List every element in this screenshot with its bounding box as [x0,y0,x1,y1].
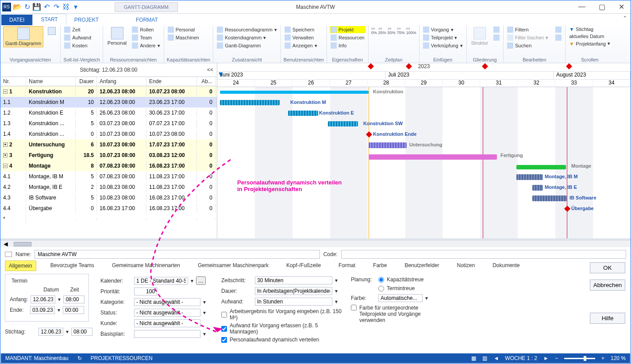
prop-tab[interactable]: Notizen [453,261,478,271]
zoom-in-icon[interactable]: + [601,355,604,361]
milestone-icon[interactable] [366,131,372,138]
personalaufwand-dynamisch-check[interactable] [221,337,227,343]
table-row[interactable]: 1.2Konstruktion E526.06.23 08:0030.06.23… [0,107,217,118]
zeitschritt-select[interactable] [255,276,332,284]
table-row[interactable]: +3Fertigung18.510.07.23 08:0003.08.23 12… [0,150,217,161]
name-input[interactable] [35,250,319,259]
table-row[interactable]: 1.1Konstruktion M1012.06.23 08:0023.06.2… [0,97,217,107]
table-row[interactable]: 1.4Konstruktion ...010.07.23 08:0010.07.… [0,129,217,139]
table-row[interactable]: 4.1Montage, IB M507.08.23 08:0011.08.23 … [0,171,217,182]
prop-tab[interactable]: Bevorzugte Teams [47,261,98,271]
speichern-button[interactable]: Speichern [284,26,318,33]
anzeigen-button[interactable]: Anzeigen ▾ [284,42,318,49]
ok-button[interactable]: OK [590,262,625,273]
kostendiagramm-button[interactable]: Kostendiagramm ▾ [216,34,278,41]
minimize-icon[interactable]: — [578,3,585,11]
table-row[interactable]: −4Montage807.08.23 08:0016.08.23 17:000 [0,161,217,171]
verwalten-button[interactable]: Verwalten [284,34,318,41]
projekt-props-button[interactable]: Projekt [330,26,366,33]
status-select[interactable] [134,309,200,317]
prioritaet-input[interactable] [134,287,157,295]
collapse-ribbon-icon[interactable]: ˇ [619,14,631,25]
aufwand-button[interactable]: Aufwand [63,34,92,41]
filtern-button[interactable]: Filtern [506,26,549,33]
verknuepfung-button[interactable]: Verknüpfung ▾ [422,42,464,49]
zoom75-btn[interactable]: ▭75% [397,26,405,35]
andere-button[interactable]: Andere ▾ [131,42,161,49]
table-row[interactable]: −1Konstruktion2012.06.23 08:0010.07.23 0… [0,86,217,97]
bar-konstruktion[interactable] [220,91,369,94]
view-icon2[interactable]: ▥ [482,355,487,361]
bar-konstruktion-sw[interactable] [328,121,358,126]
rollen-button[interactable]: Rollen [131,26,161,33]
stichtag-time[interactable] [71,328,92,336]
bar-untersuchung[interactable] [369,142,407,148]
bar-montage[interactable] [516,165,566,169]
table-row[interactable]: 4.4Übergabe016.08.23 17:0016.08.23 17:00… [0,203,217,214]
bar-ib-software[interactable] [532,195,567,201]
bar-montage-ibm[interactable] [516,174,543,180]
table-row[interactable]: 1.3Konstruktion ...503.07.23 08:0007.07.… [0,118,217,129]
bar-fertigung[interactable] [369,154,497,160]
view-icon1[interactable]: ▦ [471,355,476,361]
refresh-icon[interactable]: ↻ [23,4,31,11]
col-nr[interactable]: Nr. [0,77,26,86]
prop-tab[interactable]: Format [335,261,359,271]
aufwand-erfassen-check[interactable] [221,326,227,332]
hilfe-button[interactable]: Hilfe [590,313,625,324]
prop-tab[interactable]: Gemeinsame Machinenarten [108,261,184,271]
abbrechen-button[interactable]: Abbrechen [590,280,625,291]
close-icon[interactable]: ✕ [619,3,624,11]
ressourcen-button[interactable]: Ressourcen [330,34,366,41]
bar-konstruktion-m[interactable] [220,100,280,105]
zoom0-btn[interactable]: ▭0% [371,26,377,35]
termintreue-radio[interactable] [378,286,384,291]
ende-time[interactable] [63,306,84,314]
woche-prev-icon[interactable]: ◄ [493,355,499,361]
resdiagramm-button[interactable]: Ressourcendiagramm ▾ [216,26,278,33]
ganttdiagramm-button[interactable]: Gantt-Diagramm [216,42,278,49]
anfang-date[interactable] [31,295,55,303]
zoom-out-icon[interactable]: − [555,355,558,361]
color-swatch[interactable] [5,252,12,257]
kategorie-select[interactable] [134,298,200,306]
col-ab[interactable]: Ab... [197,77,215,86]
prop-tab[interactable]: Kopf-/Fußzeile [283,261,324,271]
zoom25-btn[interactable]: ▭25% [378,26,386,35]
bar-konstruktion-e[interactable] [288,111,318,116]
maximize-icon[interactable]: ▢ [599,3,605,11]
kalender-browse[interactable]: … [196,276,206,285]
kalender-select[interactable] [134,277,188,285]
status-refresh-icon[interactable]: ↻ [77,355,82,361]
zoom-slider[interactable] [564,358,595,359]
table-row[interactable]: * [0,214,217,224]
table-row[interactable]: 4.2Montage, IB E210.08.23 08:0011.08.23 … [0,182,217,192]
prop-tab[interactable]: Farbe [369,261,390,271]
link-icon[interactable]: ⛓ [62,4,69,11]
info-button[interactable]: Info [330,42,366,49]
prop-tab[interactable]: Dokumente [489,261,523,271]
teilprojekt-button[interactable]: Teilprojekt ▾ [422,34,464,41]
team-button[interactable]: Team [131,34,161,41]
tab-projekt[interactable]: PROJEKT [66,15,107,25]
bar-montage-ibe[interactable] [532,185,543,191]
view-button[interactable] [46,26,58,36]
save-icon[interactable]: 💾 [33,4,40,11]
projektanfang-button[interactable]: ▼Projektanfang ▾ [568,40,611,47]
outdent-button[interactable] [492,34,500,41]
arbeitsergebnis-check[interactable] [221,312,227,318]
dauer-select[interactable] [255,287,332,295]
gantt-diagram-button[interactable]: Gantt-Diagramm [3,26,43,47]
maschinen-button[interactable]: Maschinen [167,34,200,41]
col-ende[interactable]: Ende [146,77,197,86]
tab-start[interactable]: START [32,14,66,25]
redo-icon[interactable]: ↷ [53,4,60,11]
stichtag-button[interactable]: ▼Stichtag [568,26,611,32]
farbe-select[interactable] [378,294,423,302]
suchen-button[interactable]: Suchen [506,42,549,49]
col-anfang[interactable]: Anfang [97,77,146,86]
basisplan-select[interactable] [134,330,200,338]
prop-tab[interactable]: Allgemein [5,261,36,271]
open-icon[interactable]: 📂 [14,4,21,11]
gantt-body[interactable]: Konstruktion Konstruktion M Konstruktion… [217,87,631,238]
